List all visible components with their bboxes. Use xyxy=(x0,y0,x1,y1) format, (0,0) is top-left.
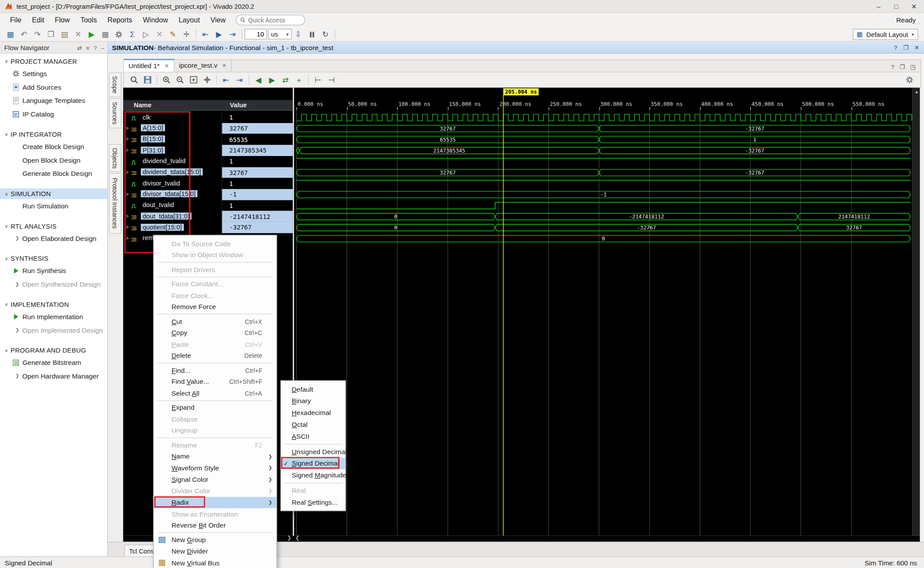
menu-item-default[interactable]: Default xyxy=(281,383,345,395)
layout-select[interactable]: ▦ Default Layout ▾ xyxy=(852,29,918,40)
menu-item-signed-magnitude[interactable]: Signed Magnitude xyxy=(281,469,345,481)
side-tab-sources[interactable]: Sources xyxy=(109,98,121,128)
signal-row-b-15-0[interactable]: >B[15:0]65535 xyxy=(123,134,293,145)
expand-icon[interactable]: > xyxy=(125,125,128,131)
flow-item-run-synthesis[interactable]: Run Synthesis xyxy=(0,264,107,277)
menu-item-real-settings[interactable]: Real Settings... xyxy=(281,496,345,508)
run-all-icon[interactable]: ▶ xyxy=(212,28,226,40)
flow-item-add-sources[interactable]: Add Sources xyxy=(0,80,107,94)
redo-icon[interactable]: ↷ xyxy=(31,28,44,40)
menu-tools[interactable]: Tools xyxy=(75,13,103,27)
find-icon[interactable] xyxy=(127,73,141,86)
menu-item-reverse-bit-order[interactable]: Reverse Bit Order xyxy=(154,520,277,531)
zoom-fit-icon[interactable] xyxy=(187,73,201,86)
flow-item-open-hardware-manager[interactable]: ❯Open Hardware Manager xyxy=(0,369,107,383)
zoom-out-icon[interactable] xyxy=(173,73,187,86)
cursor-time-flag[interactable]: 205.004 ns xyxy=(503,88,539,95)
waveform-panel[interactable]: 205.004 ns 0.000 ns50.000 ns100.000 ns15… xyxy=(294,88,912,536)
help-icon[interactable]: ? xyxy=(894,44,897,51)
flow-section-implementation[interactable]: ∨IMPLEMENTATION xyxy=(0,299,107,309)
minimize-icon[interactable]: – xyxy=(870,0,887,13)
menu-view[interactable]: View xyxy=(205,13,231,27)
menu-item-select-all[interactable]: Select AllCtrl+A xyxy=(154,387,277,399)
chevron-down-icon[interactable]: ∨ xyxy=(2,256,11,261)
debug-probe-icon[interactable]: ✛ xyxy=(180,28,193,40)
chevron-right-icon[interactable]: ❯ xyxy=(15,328,19,333)
menu-item-copy[interactable]: CopyCtrl+C xyxy=(154,327,277,339)
paste-icon[interactable]: ▤ xyxy=(58,28,71,40)
flow-section-program-and-debug[interactable]: ∨PROGRAM AND DEBUG xyxy=(0,345,107,356)
side-tab-scope[interactable]: Scope xyxy=(109,73,121,97)
maximize-window-icon[interactable]: ◳ xyxy=(910,63,916,70)
quick-access-input[interactable] xyxy=(248,17,295,24)
chevron-right-icon[interactable]: ❯ xyxy=(15,236,19,241)
settings-gear-icon[interactable] xyxy=(112,28,125,40)
tab-ipcore-test-v[interactable]: ipcore_test.v✕ xyxy=(174,59,232,72)
edit-pencil-icon[interactable]: ✎ xyxy=(166,28,180,40)
signal-row-dividend-tvalid[interactable]: dividend_tvalid1 xyxy=(123,156,293,167)
menu-item-octal[interactable]: Octal xyxy=(281,419,345,430)
signal-row-dout-tvalid[interactable]: dout_tvalid1 xyxy=(123,200,293,211)
restart-icon[interactable]: ⇤ xyxy=(198,28,212,40)
menu-item-expand[interactable]: Expand xyxy=(154,402,277,413)
help-icon[interactable]: ? xyxy=(891,63,894,70)
step-icon[interactable]: ⇥ xyxy=(226,28,239,40)
add-marker-icon[interactable]: + xyxy=(292,73,306,86)
menu-file[interactable]: File xyxy=(5,13,27,27)
menu-item-cut[interactable]: CutCtrl+X xyxy=(154,316,277,327)
save-wave-config-icon[interactable] xyxy=(141,73,154,86)
help-icon[interactable]: ? xyxy=(94,44,97,51)
menu-item-ascii[interactable]: ASCII xyxy=(281,430,345,442)
cancel-icon[interactable]: ✕ xyxy=(153,28,166,40)
chevron-right-icon[interactable]: ❯ xyxy=(15,373,19,379)
menu-item-unsigned-decimal[interactable]: Unsigned Decimal xyxy=(281,446,345,458)
flow-item-run-implementation[interactable]: Run Implementation xyxy=(0,309,107,323)
dashboard-icon[interactable]: ▦ xyxy=(99,28,112,40)
chevron-down-icon[interactable]: ∨ xyxy=(2,58,11,64)
time-unit-select[interactable]: us▾ xyxy=(268,29,291,40)
flow-item-language-templates[interactable]: Language Templates xyxy=(0,94,107,107)
flow-item-open-block-design[interactable]: Open Block Design xyxy=(0,153,107,167)
tab-untitled-1[interactable]: Untitled 1*✕ xyxy=(124,59,174,72)
chevron-down-icon[interactable]: ∨ xyxy=(2,131,11,137)
copy-icon[interactable]: ❐ xyxy=(44,28,58,40)
zoom-to-cursor-icon[interactable] xyxy=(200,73,214,86)
menu-item-name[interactable]: Name❯ xyxy=(154,451,277,462)
chevron-down-icon[interactable]: ∨ xyxy=(2,302,11,307)
chevron-down-icon[interactable]: ∨ xyxy=(2,191,11,197)
signal-row-clk[interactable]: clk1 xyxy=(123,112,293,123)
wave-settings-gear-icon[interactable] xyxy=(903,73,917,86)
zoom-in-icon[interactable] xyxy=(160,73,173,86)
flow-nav-menu-icon[interactable]: ≡ xyxy=(86,44,90,51)
snap-to-left-icon[interactable]: ⊢ xyxy=(311,73,325,86)
menu-item-hexadecimal[interactable]: Hexadecimal xyxy=(281,407,345,419)
signal-row-dividend-tdata-15-0[interactable]: >dividend_tdata[15:0]32767 xyxy=(123,167,293,178)
next-transition-icon[interactable]: ▶ xyxy=(265,73,279,86)
menu-reports[interactable]: Reports xyxy=(102,13,137,27)
menu-item-signed-decimal[interactable]: ✓Signed Decimal xyxy=(281,458,345,470)
flow-item-generate-block-design[interactable]: Generate Block Design xyxy=(0,167,107,180)
chevron-right-icon[interactable]: ❯ xyxy=(15,281,19,287)
menu-item-find[interactable]: Find...Ctrl+F xyxy=(154,364,277,376)
signal-row-divisor-tvalid[interactable]: divisor_tvalid1 xyxy=(123,178,293,189)
flow-item-run-simulation[interactable]: Run Simulation xyxy=(0,199,107,213)
run-for-time-icon[interactable]: ⇩ xyxy=(291,28,305,40)
menu-item-binary[interactable]: Binary xyxy=(281,395,345,407)
relaunch-icon[interactable]: ↻ xyxy=(319,28,332,40)
go-to-end-icon[interactable]: ⇥ xyxy=(233,73,246,86)
menu-item-new-divider[interactable]: New Divider xyxy=(154,546,277,557)
undo-icon[interactable]: ↶ xyxy=(17,28,31,40)
minimize-panel-icon[interactable]: – xyxy=(101,44,104,51)
snap-to-right-icon[interactable]: ⊣ xyxy=(325,73,338,86)
close-tab-icon[interactable]: ✕ xyxy=(165,63,169,69)
reports-sigma-icon[interactable]: Σ xyxy=(125,28,139,40)
signal-row-quotient-15-0[interactable]: >quotient[15:0]-32767 xyxy=(123,222,293,233)
side-tab-objects[interactable]: Objects xyxy=(109,144,121,172)
swap-cursors-icon[interactable]: ⇄ xyxy=(279,73,292,86)
expand-icon[interactable]: > xyxy=(125,224,128,230)
menu-edit[interactable]: Edit xyxy=(27,13,50,27)
menu-layout[interactable]: Layout xyxy=(173,13,205,27)
go-to-start-icon[interactable]: ⇤ xyxy=(219,73,233,86)
float-window-icon[interactable]: ❐ xyxy=(900,63,905,70)
menu-item-signal-color[interactable]: Signal Color❯ xyxy=(154,473,277,485)
